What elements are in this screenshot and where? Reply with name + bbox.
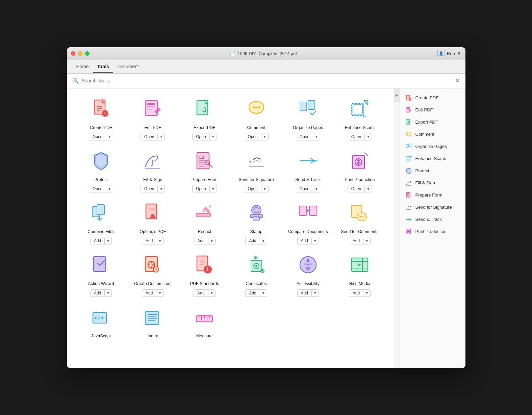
send-for-signature-dropdown-btn[interactable]: ▼ xyxy=(261,186,268,192)
tool-optimize-pdf[interactable]: Optimize PDF Add ▼ xyxy=(129,199,177,244)
enhance-scans-dropdown-btn[interactable]: ▼ xyxy=(364,134,372,139)
certificates-add-btn[interactable]: Add xyxy=(246,290,259,296)
sidebar-item-enhance-scans[interactable]: Enhance Scans xyxy=(400,153,465,165)
sidebar-item-organize-pages[interactable]: Organize Pages xyxy=(400,140,465,153)
tool-organize-pages[interactable]: Organize Pages Open ▼ xyxy=(284,95,332,140)
tool-measure[interactable]: Measure xyxy=(180,304,229,339)
rich-media-add-btn[interactable]: Add xyxy=(349,290,363,296)
minimize-button[interactable] xyxy=(78,51,82,56)
user-menu[interactable]: 👤 Rob ▼ xyxy=(437,50,461,57)
certificates-dropdown-btn[interactable]: ▼ xyxy=(260,290,267,296)
tool-rich-media[interactable]: Rich Media Add ▼ xyxy=(335,251,384,296)
tool-send-track[interactable]: Send & Track Open ▼ xyxy=(284,147,332,192)
tool-action-wizard[interactable]: Action Wizard Add ▼ xyxy=(77,251,125,296)
sidebar-item-fill-sign[interactable]: Fill & Sign xyxy=(400,177,465,189)
sidebar-item-send-for-signature[interactable]: x Send for Signature xyxy=(400,201,465,213)
create-pdf-dropdown-btn[interactable]: ▼ xyxy=(106,134,113,139)
tool-edit-pdf[interactable]: Edit PDF Open ▼ xyxy=(129,95,177,140)
close-button[interactable] xyxy=(71,51,75,56)
comment-btn-group[interactable]: Open ▼ xyxy=(244,133,268,140)
export-pdf-dropdown-btn[interactable]: ▼ xyxy=(209,134,217,139)
compare-documents-dropdown-btn[interactable]: ▼ xyxy=(311,238,319,244)
compare-documents-add-btn[interactable]: Add xyxy=(298,237,311,244)
protect-btn-group[interactable]: Open ▼ xyxy=(89,185,113,192)
tool-comment[interactable]: Comment Open ▼ xyxy=(232,95,280,140)
edit-pdf-btn-group[interactable]: Open ▼ xyxy=(141,133,165,140)
sidebar-collapse-button[interactable]: ▶ xyxy=(394,88,400,102)
search-input[interactable] xyxy=(82,78,452,83)
stamp-add-btn[interactable]: Add xyxy=(246,237,259,244)
create-pdf-open-btn[interactable]: Open xyxy=(89,133,106,140)
accessibility-dropdown-btn[interactable]: ▼ xyxy=(311,290,319,296)
organize-pages-dropdown-btn[interactable]: ▼ xyxy=(313,134,320,139)
sidebar-item-print-production[interactable]: Print Production xyxy=(400,226,465,238)
rich-media-btn-group[interactable]: Add ▼ xyxy=(349,289,371,297)
action-wizard-add-btn[interactable]: Add xyxy=(91,290,104,296)
fill-sign-open-btn[interactable]: Open xyxy=(141,185,157,192)
sidebar-item-send-track[interactable]: Send & Track xyxy=(400,213,465,226)
comment-dropdown-btn[interactable]: ▼ xyxy=(261,134,268,139)
certificates-btn-group[interactable]: Add ▼ xyxy=(245,289,267,297)
send-track-dropdown-btn[interactable]: ▼ xyxy=(313,186,320,192)
pdf-standards-btn-group[interactable]: Add ▼ xyxy=(194,289,215,297)
optimize-pdf-add-btn[interactable]: Add xyxy=(142,237,156,244)
send-track-open-btn[interactable]: Open xyxy=(296,185,313,192)
enhance-scans-btn-group[interactable]: Open ▼ xyxy=(348,133,372,140)
tool-create-custom-tool[interactable]: + Create Custom Tool Add ▼ xyxy=(129,251,177,296)
tool-index[interactable]: Index xyxy=(129,304,177,339)
maximize-button[interactable] xyxy=(85,51,90,56)
tool-prepare-form[interactable]: Prepare Form Open ▼ xyxy=(180,147,229,192)
tab-home[interactable]: Home xyxy=(72,61,93,73)
optimize-pdf-btn-group[interactable]: Add ▼ xyxy=(142,237,163,244)
sidebar-item-protect[interactable]: Protect xyxy=(400,165,465,177)
stamp-dropdown-btn[interactable]: ▼ xyxy=(260,238,267,244)
tool-enhance-scans[interactable]: Enhance Scans Open ▼ xyxy=(335,95,384,140)
tool-accessibility[interactable]: Accessibility Add ▼ xyxy=(284,251,332,296)
tool-create-pdf[interactable]: + Create PDF Open ▼ xyxy=(77,95,125,140)
export-pdf-btn-group[interactable]: Open ▼ xyxy=(192,133,217,140)
sidebar-item-prepare-form[interactable]: Prepare Form xyxy=(400,189,465,201)
compare-documents-btn-group[interactable]: Add ▼ xyxy=(297,237,319,244)
tool-pdf-standards[interactable]: i PDF Standards Add ▼ xyxy=(180,251,229,296)
tool-send-for-comments[interactable]: Send for Comments Add ▼ xyxy=(335,199,384,244)
stamp-btn-group[interactable]: Add ▼ xyxy=(245,237,267,244)
sidebar-item-export-pdf[interactable]: Export PDF xyxy=(400,116,465,128)
combine-files-dropdown-btn[interactable]: ▼ xyxy=(104,238,111,244)
tool-export-pdf[interactable]: Export PDF Open ▼ xyxy=(180,95,229,140)
organize-pages-open-btn[interactable]: Open xyxy=(296,133,313,140)
tool-combine-files[interactable]: Combine Files Add ▼ xyxy=(77,199,125,244)
fill-sign-dropdown-btn[interactable]: ▼ xyxy=(157,186,164,192)
accessibility-add-btn[interactable]: Add xyxy=(298,290,311,296)
organize-pages-btn-group[interactable]: Open ▼ xyxy=(296,133,320,140)
print-production-dropdown-btn[interactable]: ▼ xyxy=(364,186,372,192)
create-custom-tool-btn-group[interactable]: Add ▼ xyxy=(142,289,163,297)
create-custom-tool-dropdown-btn[interactable]: ▼ xyxy=(156,290,163,296)
tool-protect[interactable]: Protect Open ▼ xyxy=(77,147,125,192)
enhance-scans-open-btn[interactable]: Open xyxy=(348,133,364,140)
optimize-pdf-dropdown-btn[interactable]: ▼ xyxy=(156,238,163,244)
tool-send-for-signature[interactable]: x Send for Signature Open ▼ xyxy=(232,147,280,192)
print-production-open-btn[interactable]: Open xyxy=(348,185,364,192)
search-clear-icon[interactable]: ✕ xyxy=(455,77,460,84)
user-dropdown-arrow[interactable]: ▼ xyxy=(457,51,461,56)
combine-files-btn-group[interactable]: Add ▼ xyxy=(90,237,112,244)
sidebar-item-comment[interactable]: Comment xyxy=(400,128,465,140)
tab-document[interactable]: Document xyxy=(113,61,143,73)
protect-open-btn[interactable]: Open xyxy=(89,185,106,192)
print-production-btn-group[interactable]: Open ▼ xyxy=(348,185,372,192)
action-wizard-btn-group[interactable]: Add ▼ xyxy=(90,289,112,297)
send-for-comments-dropdown-btn[interactable]: ▼ xyxy=(363,238,370,244)
fill-sign-btn-group[interactable]: Open ▼ xyxy=(141,185,165,192)
redact-add-btn[interactable]: Add xyxy=(194,237,208,244)
tool-javascript[interactable]: </> JavaScript xyxy=(77,304,125,339)
protect-dropdown-btn[interactable]: ▼ xyxy=(106,186,113,192)
combine-files-add-btn[interactable]: Add xyxy=(91,237,104,244)
export-pdf-open-btn[interactable]: Open xyxy=(193,133,209,140)
redact-dropdown-btn[interactable]: ▼ xyxy=(208,238,215,244)
tab-tools[interactable]: Tools xyxy=(93,61,113,73)
tool-certificates[interactable]: Certificates Add ▼ xyxy=(232,251,280,296)
create-custom-tool-add-btn[interactable]: Add xyxy=(142,290,156,296)
action-wizard-dropdown-btn[interactable]: ▼ xyxy=(104,290,111,296)
tool-redact[interactable]: Redact Add ▼ xyxy=(180,199,229,244)
tool-fill-sign[interactable]: Fill & Sign Open ▼ xyxy=(129,147,177,192)
